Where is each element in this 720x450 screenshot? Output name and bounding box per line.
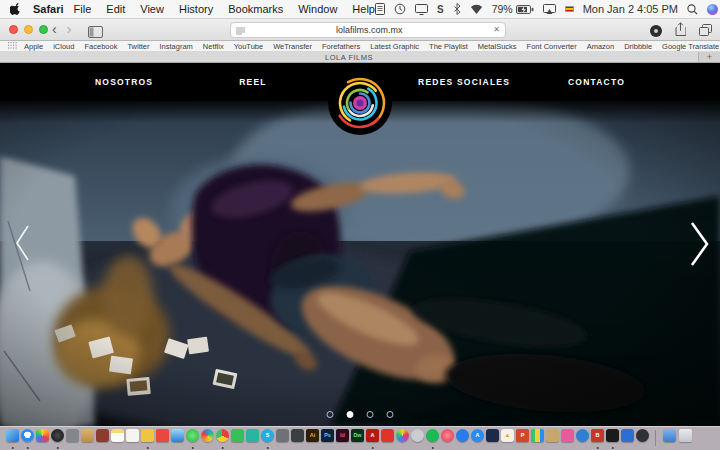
dock-app-icon[interactable] — [111, 429, 124, 450]
bookmark-item[interactable]: WeTransfer — [273, 42, 312, 51]
dock-app-icon[interactable]: A — [366, 429, 379, 450]
bookmark-item[interactable]: Dribbble — [624, 42, 652, 51]
active-app-name[interactable]: Safari — [33, 3, 64, 15]
dock-app-icon[interactable]: B — [591, 429, 604, 450]
dock-app-icon[interactable] — [441, 429, 454, 450]
dock-app-icon[interactable] — [36, 429, 49, 450]
bookmark-item[interactable]: Facebook — [84, 42, 117, 51]
zoom-window-button[interactable] — [39, 25, 48, 34]
bookmark-item[interactable]: Apple — [24, 42, 43, 51]
lola-films-logo[interactable] — [327, 70, 393, 136]
siri-icon[interactable] — [707, 4, 718, 15]
carousel-dot[interactable] — [327, 411, 334, 418]
dock-app-icon[interactable] — [486, 429, 499, 450]
carousel-dot[interactable] — [387, 411, 394, 418]
menu-item[interactable]: View — [140, 3, 164, 15]
dock-app-icon[interactable] — [411, 429, 424, 450]
menu-item[interactable]: History — [179, 3, 213, 15]
menu-item[interactable]: Window — [298, 3, 337, 15]
dock-app-icon[interactable] — [531, 429, 544, 450]
dock-app-icon[interactable] — [231, 429, 244, 450]
dock-app-icon[interactable] — [51, 429, 64, 450]
nav-link[interactable]: CONTACTO — [568, 77, 625, 87]
dock-app-icon[interactable] — [201, 429, 214, 450]
dock-app-icon[interactable] — [679, 429, 692, 450]
address-bar[interactable]: lolafilms.com.mx ✕ — [230, 22, 506, 38]
dock-app-icon[interactable] — [546, 429, 559, 450]
carousel-dot[interactable] — [347, 411, 354, 418]
bookmark-item[interactable]: Font Converter — [527, 42, 577, 51]
spotlight-icon[interactable] — [687, 4, 698, 15]
dock-app-icon[interactable]: Id — [336, 429, 349, 450]
apple-menu-icon[interactable] — [10, 3, 21, 16]
dock-app-icon[interactable] — [21, 429, 34, 450]
bookmark-item[interactable]: Netflix — [203, 42, 224, 51]
wifi-status-icon[interactable] — [470, 4, 483, 14]
dock-app-icon[interactable] — [381, 429, 394, 450]
extension-button[interactable] — [650, 25, 662, 37]
dock-app-icon[interactable] — [276, 429, 289, 450]
back-button[interactable]: ‹ — [52, 21, 57, 38]
dock-app-icon[interactable]: ▲ — [501, 429, 514, 450]
carousel-next-button[interactable] — [687, 219, 711, 273]
dock-app-icon[interactable] — [606, 429, 619, 450]
dock-app-icon[interactable] — [6, 429, 19, 450]
dock-app-icon[interactable] — [426, 429, 439, 450]
bookmark-item[interactable]: YouTube — [234, 42, 263, 51]
skitch-status-icon[interactable]: S — [437, 4, 444, 15]
bookmark-item[interactable]: Amazon — [587, 42, 615, 51]
menubar-clock[interactable]: Mon Jan 2 4:05 PM — [583, 3, 678, 15]
menu-item[interactable]: Bookmarks — [228, 3, 283, 15]
active-tab[interactable]: LOLA FILMS — [0, 52, 698, 62]
dock-app-icon[interactable] — [156, 429, 169, 450]
dock-app-icon[interactable] — [576, 429, 589, 450]
spain-flag-input-icon[interactable] — [565, 6, 574, 12]
bookmark-item[interactable]: Twitter — [127, 42, 149, 51]
dock-app-icon[interactable] — [561, 429, 574, 450]
dock-app-icon[interactable]: P — [516, 429, 529, 450]
dock-app-icon[interactable]: A — [471, 429, 484, 450]
dock-app-icon[interactable]: Dw — [351, 429, 364, 450]
dock-app-icon[interactable] — [621, 429, 634, 450]
menu-item[interactable]: Edit — [106, 3, 125, 15]
dock-app-icon[interactable] — [126, 429, 139, 450]
carousel-dot[interactable] — [367, 411, 374, 418]
bookmark-item[interactable]: Google Translate — [662, 42, 719, 51]
bookmark-item[interactable]: Forefathers — [322, 42, 360, 51]
bookmarks-grid-icon[interactable] — [8, 42, 17, 51]
share-button[interactable] — [675, 22, 686, 40]
menu-item[interactable]: Help — [352, 3, 375, 15]
dock-app-icon[interactable] — [81, 429, 94, 450]
bookmark-item[interactable]: iCloud — [53, 42, 74, 51]
battery-status[interactable]: 79% — [492, 3, 534, 15]
displays-status-icon[interactable] — [415, 4, 428, 15]
dock-app-icon[interactable]: S — [261, 429, 274, 450]
forward-button[interactable]: › — [67, 21, 72, 38]
dock-app-icon[interactable]: Ps — [321, 429, 334, 450]
tab-overview-button[interactable] — [699, 22, 712, 40]
url-text[interactable]: lolafilms.com.mx — [245, 25, 493, 35]
stop-loading-icon[interactable]: ✕ — [493, 26, 500, 34]
new-tab-button[interactable]: + — [698, 52, 720, 62]
dock-app-icon[interactable] — [291, 429, 304, 450]
dock-app-icon[interactable] — [636, 429, 649, 450]
dock-app-icon[interactable] — [396, 429, 409, 450]
bookmark-item[interactable]: Instagram — [159, 42, 192, 51]
dock-app-icon[interactable] — [246, 429, 259, 450]
sidebar-toggle-button[interactable] — [88, 24, 103, 42]
dock-app-icon[interactable] — [216, 429, 229, 450]
dock-app-icon[interactable] — [96, 429, 109, 450]
airplay-display-icon[interactable] — [543, 4, 556, 15]
dock-app-icon[interactable] — [141, 429, 154, 450]
bookmark-item[interactable]: MetalSucks — [478, 42, 517, 51]
nav-link[interactable]: NOSOTROS — [95, 77, 153, 87]
document-status-icon[interactable] — [375, 3, 385, 15]
nav-link[interactable]: REEL — [239, 77, 266, 87]
bookmark-item[interactable]: The Playlist — [429, 42, 468, 51]
carousel-prev-button[interactable] — [13, 223, 31, 267]
dock-app-icon[interactable] — [66, 429, 79, 450]
time-machine-icon[interactable] — [394, 3, 406, 15]
close-window-button[interactable] — [9, 25, 18, 34]
dock-app-icon[interactable]: Ai — [306, 429, 319, 450]
bluetooth-status-icon[interactable] — [453, 3, 461, 15]
